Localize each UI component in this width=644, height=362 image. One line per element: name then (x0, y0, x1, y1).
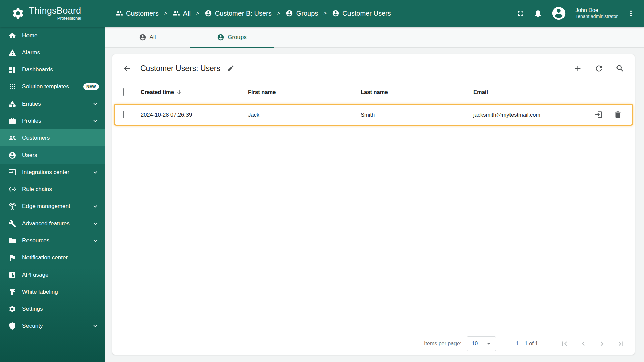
group-icon (173, 10, 180, 17)
chevron-down-icon (92, 169, 99, 176)
next-page-icon[interactable] (598, 339, 606, 348)
apps-icon (8, 83, 16, 91)
breadcrumb: Customers > All > Customer B: Users > Gr… (116, 10, 391, 17)
tab-all[interactable]: All (105, 27, 190, 47)
sidebar-item-notification-center[interactable]: Notification center (0, 249, 105, 266)
sidebar-item-home[interactable]: Home (0, 27, 105, 44)
row-checkbox[interactable] (123, 111, 124, 118)
first-page-icon[interactable] (560, 339, 569, 348)
back-button[interactable] (122, 64, 131, 73)
column-header-last-name[interactable]: Last name (361, 89, 473, 95)
last-page-icon[interactable] (616, 339, 625, 348)
chevron-down-icon (92, 100, 99, 108)
column-header-created-time[interactable]: Created time (141, 89, 248, 95)
edit-title-button[interactable] (227, 65, 234, 72)
sidebar-item-dashboards[interactable]: Dashboards (0, 61, 105, 78)
column-label: Last name (361, 89, 388, 95)
row-actions (587, 110, 632, 119)
search-button[interactable] (615, 64, 625, 73)
items-per-page-select[interactable]: 10 (467, 336, 496, 351)
breadcrumb-item-customer-b-users[interactable]: Customer B: Users (205, 10, 272, 17)
brand-edition: Professional (57, 16, 82, 21)
page-title: Customer Users: Users (140, 64, 220, 73)
antenna-icon (8, 202, 16, 210)
folder-icon (8, 237, 16, 245)
sidebar-item-advanced-features[interactable]: Advanced features (0, 215, 105, 232)
bar-chart-icon (8, 271, 16, 279)
format-paint-icon (8, 288, 16, 296)
sidebar-item-security[interactable]: Security (0, 317, 105, 335)
sidebar-item-integrations-center[interactable]: Integrations center (0, 164, 105, 181)
sidebar-item-profiles[interactable]: Profiles (0, 112, 105, 129)
sidebar: Home Alarms Dashboards Solution template… (0, 27, 105, 362)
cell-first-name: Jack (248, 112, 361, 118)
select-all-checkbox[interactable] (123, 88, 124, 96)
sidebar-item-label: Entities (22, 101, 41, 107)
sidebar-item-label: Customers (22, 135, 50, 141)
shield-icon (8, 322, 16, 330)
previous-page-icon[interactable] (579, 339, 588, 348)
customers-icon (8, 134, 16, 142)
entities-icon (8, 100, 16, 108)
sidebar-item-edge-management[interactable]: Edge management (0, 198, 105, 215)
sidebar-item-label: Edge management (22, 203, 70, 210)
add-user-button[interactable] (573, 64, 582, 73)
sidebar-item-solution-templates[interactable]: Solution templates NEW (0, 78, 105, 95)
sidebar-item-label: Dashboards (22, 66, 53, 73)
column-label: First name (248, 89, 276, 95)
breadcrumb-separator: > (277, 10, 280, 17)
sidebar-item-settings[interactable]: Settings (0, 300, 105, 317)
tab-groups[interactable]: Groups (190, 27, 274, 47)
column-header-first-name[interactable]: First name (248, 89, 361, 95)
sidebar-item-label: Integrations center (22, 169, 69, 176)
fullscreen-icon[interactable] (516, 9, 525, 18)
sidebar-item-entities[interactable]: Entities (0, 95, 105, 112)
dashboard-icon (8, 66, 16, 74)
user-menu[interactable]: John Doe Tenant administrator (575, 7, 618, 20)
user-role: Tenant administrator (575, 14, 618, 20)
breadcrumb-item-customers[interactable]: Customers (116, 10, 159, 17)
breadcrumb-label: Customer Users (342, 10, 391, 17)
sidebar-item-label: API usage (22, 272, 48, 278)
items-per-page-value: 10 (472, 341, 478, 347)
new-badge: NEW (83, 83, 99, 90)
integration-icon (8, 168, 16, 176)
warning-icon (8, 49, 16, 57)
entity-tabs: All Groups (105, 27, 644, 48)
brand-logo[interactable]: ThingsBoard Professional (0, 6, 105, 20)
breadcrumb-item-groups[interactable]: Groups (286, 10, 318, 17)
sidebar-item-label: Users (22, 152, 37, 159)
more-options-icon[interactable] (627, 9, 635, 18)
sidebar-item-white-labeling[interactable]: White labeling (0, 283, 105, 300)
table-row[interactable]: 2024-10-28 07:26:39 Jack Smith jacksmith… (114, 104, 633, 126)
dropdown-arrow-icon (485, 340, 492, 347)
chevron-down-icon (92, 237, 99, 244)
sidebar-item-rule-chains[interactable]: Rule chains (0, 181, 105, 198)
delete-icon[interactable] (613, 110, 622, 119)
breadcrumb-label: Customer B: Users (215, 10, 272, 17)
user-icon (217, 34, 224, 41)
refresh-button[interactable] (594, 64, 603, 73)
user-icon (286, 10, 293, 17)
breadcrumb-separator: > (164, 10, 167, 17)
user-avatar[interactable] (551, 6, 567, 21)
notifications-bell-icon[interactable] (534, 9, 542, 18)
user-icon (332, 10, 339, 17)
breadcrumb-item-all[interactable]: All (173, 10, 191, 17)
paginator: Items per page: 10 1 – 1 of 1 (112, 332, 635, 355)
sidebar-item-api-usage[interactable]: API usage (0, 266, 105, 283)
gear-icon (8, 305, 16, 313)
breadcrumb-item-customer-users[interactable]: Customer Users (332, 10, 391, 17)
sidebar-item-users[interactable]: Users (0, 146, 105, 164)
breadcrumb-separator: > (323, 10, 327, 17)
sidebar-item-resources[interactable]: Resources (0, 232, 105, 249)
breadcrumb-separator: > (196, 10, 199, 17)
login-as-user-icon[interactable] (594, 110, 603, 119)
home-icon (8, 32, 16, 40)
briefcase-icon (8, 117, 16, 125)
sidebar-item-alarms[interactable]: Alarms (0, 44, 105, 61)
sidebar-item-label: Profiles (22, 118, 41, 124)
column-header-email[interactable]: Email (473, 89, 584, 95)
sidebar-item-customers[interactable]: Customers (0, 129, 105, 146)
items-per-page-label: Items per page: (424, 341, 461, 347)
